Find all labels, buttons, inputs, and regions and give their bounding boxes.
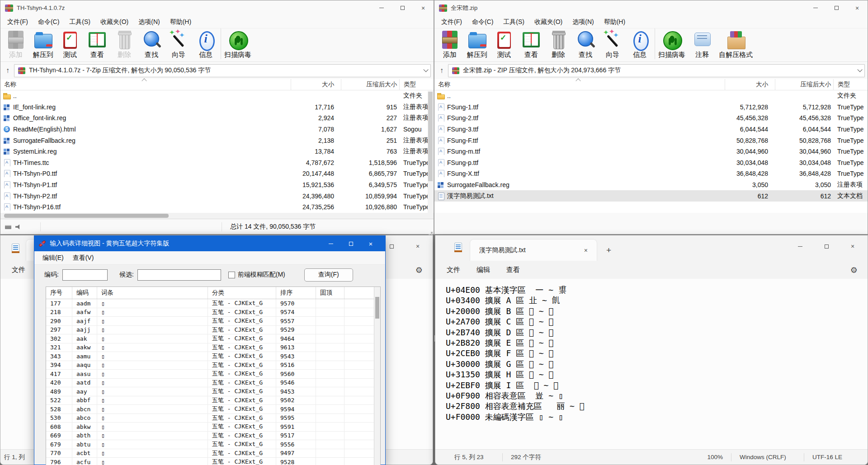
menu-item[interactable]: 选项(N)	[567, 15, 599, 28]
new-tab-button[interactable]: +	[606, 245, 611, 255]
toolbar-button[interactable]: 自解压格式	[716, 28, 756, 59]
menu-item[interactable]: 选项(N)	[133, 15, 165, 28]
file-row[interactable]: FSung-2.ttf 45,456,328 45,456,328 TrueTy…	[434, 113, 868, 124]
address-combobox[interactable]: 全宋體.zip - ZIP 压缩文件, 解包大小为 204,973,666 字节	[448, 64, 865, 77]
column-packed[interactable]: 压缩后大小	[775, 79, 833, 90]
file-row[interactable]: SurrogateFallback.reg 3,050 3,050 注册表项	[434, 179, 868, 191]
menu-item[interactable]: 文件	[441, 263, 466, 277]
menu-item[interactable]: 工具(S)	[498, 15, 529, 28]
scrollbar-thumb[interactable]	[428, 92, 433, 181]
code-input[interactable]	[62, 269, 108, 281]
menu-item[interactable]: 帮助(H)	[599, 15, 630, 28]
file-row[interactable]: 漢字簡易測試.txt 612 612 文本文档	[434, 190, 868, 202]
speaker-status-icon[interactable]	[15, 225, 21, 230]
code-table-row[interactable]: 218 aafw ▯ 五笔 - CJKExt_G 9574	[46, 308, 380, 317]
menu-item[interactable]: 编辑(E)	[38, 254, 68, 262]
code-table-row[interactable]: 770 acbt ▯ 五笔 - CJKExt_G 9497	[46, 449, 380, 458]
code-table-row[interactable]: 530 abco ▯ 五笔 - CJKExt_G 9595	[46, 414, 380, 423]
toolbar-button[interactable]: 查看	[518, 28, 545, 59]
minimize-button[interactable]	[321, 236, 341, 251]
code-table-row[interactable]: 669 abth ▯ 五笔 - CJKExt_G 9517	[46, 432, 380, 441]
chevron-down-icon[interactable]	[857, 67, 862, 72]
toolbar-button[interactable]: 添加	[2, 28, 29, 59]
code-table-row[interactable]: 321 aakw ▯ 五笔 - CJKExt_G 9613	[46, 343, 380, 352]
menu-item[interactable]: 查看	[501, 263, 525, 277]
menu-item[interactable]: 文件	[6, 263, 31, 277]
address-combobox[interactable]: TH-Tshyn-4.1.0.7z - 7-Zip 压缩文件, 解包大小为 90…	[14, 64, 431, 77]
menu-item[interactable]: 编辑	[471, 263, 495, 277]
chevron-down-icon[interactable]	[423, 67, 428, 72]
close-button[interactable]: ×	[361, 236, 381, 251]
toolbar-button[interactable]: 解压到	[463, 28, 491, 59]
menu-item[interactable]: 查看(V)	[68, 254, 99, 262]
code-table-row[interactable]: 420 aatd ▯ 五笔 - CJKExt_G 9546	[46, 379, 380, 388]
code-table-row[interactable]: 528 abcn ▯ 五笔 - CJKExt_G 9594	[46, 405, 380, 414]
column-size[interactable]: 大小	[725, 79, 775, 90]
toolbar-button[interactable]: 信息	[192, 28, 219, 59]
menu-item[interactable]: 帮助(H)	[165, 15, 196, 28]
toolbar-button[interactable]: 测试	[491, 28, 518, 59]
file-row[interactable]: FSung-3.ttf 6,044,544 6,044,544 TrueType	[434, 124, 868, 135]
toolbar-button[interactable]: 删除	[545, 28, 572, 59]
minimize-button[interactable]	[805, 0, 826, 15]
file-row[interactable]: FSung-X.ttf 36,848,428 36,848,428 TrueTy…	[434, 168, 868, 179]
column-word[interactable]: 词条	[97, 287, 208, 299]
file-row[interactable]: TH-Tshyn-P16.ttf 24,735,256 10,926,880 T…	[0, 202, 434, 213]
code-table-row[interactable]: 679 abtu ▯ 五笔 - CJKExt_G 9556	[46, 440, 380, 449]
toolbar-button[interactable]: 删除	[111, 28, 138, 59]
toolbar-button[interactable]: 扫描病毒	[221, 28, 255, 59]
toolbar-button[interactable]: 查找	[572, 28, 599, 59]
code-table-row[interactable]: 297 aajj ▯ 五笔 - CJKExt_G 9529	[46, 326, 380, 335]
maximize-button[interactable]	[392, 0, 413, 15]
close-button[interactable]: ×	[847, 0, 868, 15]
column-sort[interactable]: 排序	[276, 287, 316, 299]
scrollbar-thumb[interactable]	[375, 297, 379, 319]
file-row[interactable]: SurrogateFallback.reg 2,138 251 注册表项	[0, 135, 434, 146]
maximize-button[interactable]	[813, 235, 840, 257]
status-zoom[interactable]: 100%	[699, 454, 731, 460]
titlebar[interactable]: TH-Tshyn-4.1.0.7z ×	[0, 0, 434, 15]
maximize-button[interactable]	[341, 236, 361, 251]
vertical-scrollbar[interactable]	[374, 287, 380, 465]
column-seq[interactable]: 序号	[46, 287, 72, 299]
code-table-row[interactable]: 489 aay ▯ 五笔 - CJKExt_G 9453	[46, 387, 380, 396]
column-pinned[interactable]: 固顶	[316, 287, 344, 299]
status-encoding[interactable]: UTF-16 LE	[804, 454, 868, 460]
minimize-button[interactable]	[787, 235, 813, 257]
dialog-titlebar[interactable]: 输入码表详细视图 - 黄狗五笔超大字符集版 ×	[34, 236, 385, 251]
titlebar[interactable]: 全宋體.zip ×	[434, 0, 868, 15]
toolbar-button[interactable]: 注释	[689, 28, 716, 59]
toolbar-button[interactable]: 测试	[57, 28, 84, 59]
menu-item[interactable]: 收藏夹(O)	[529, 15, 567, 28]
close-button[interactable]: ×	[840, 235, 866, 257]
candidate-input[interactable]	[137, 269, 221, 281]
column-code[interactable]: 编码	[72, 287, 97, 299]
toolbar-button[interactable]: 信息	[626, 28, 653, 59]
gear-icon[interactable]: ⚙	[415, 265, 423, 275]
menu-item[interactable]: 文件(F)	[436, 15, 467, 28]
scrollbar-thumb[interactable]	[4, 214, 169, 218]
fuzzy-match-checkbox[interactable]	[228, 272, 235, 278]
menu-item[interactable]: 命令(C)	[33, 15, 64, 28]
file-row[interactable]: Office_font-link.reg 2,924 227 注册表项	[0, 113, 434, 124]
column-type[interactable]: 类型	[833, 79, 868, 90]
toolbar-button[interactable]: 向导	[165, 28, 192, 59]
up-arrow-button[interactable]: ↑	[435, 66, 448, 75]
column-packed[interactable]: 压缩后大小	[341, 79, 399, 90]
menu-item[interactable]: 文件(F)	[2, 15, 33, 28]
menu-item[interactable]: 工具(S)	[64, 15, 95, 28]
toolbar-button[interactable]: 查找	[138, 28, 165, 59]
column-type[interactable]: 类型	[399, 79, 434, 90]
column-name[interactable]: 名称	[0, 80, 291, 89]
file-row[interactable]: SystemLink.reg 13,784 763 注册表项	[0, 146, 434, 157]
column-name[interactable]: 名称	[434, 80, 725, 89]
code-table-row[interactable]: 522 abbf ▯ 五笔 - CJKExt_G 9502	[46, 396, 380, 405]
file-row[interactable]: FSung-1.ttf 5,712,928 5,712,928 TrueType	[434, 102, 868, 113]
toolbar-button[interactable]: 扫描病毒	[655, 28, 689, 59]
code-table-row[interactable]: 177 aadm ▯ 五笔 - CJKExt_G 9570	[46, 299, 380, 308]
code-table-row[interactable]: 302 aak ▯ 五笔 - CJKExt_G 9464	[46, 334, 380, 343]
gear-icon[interactable]: ⚙	[850, 265, 858, 275]
code-table-row[interactable]: 417 aasu ▯ 五笔 - CJKExt_G 9560	[46, 370, 380, 379]
close-button[interactable]: ×	[405, 235, 431, 257]
file-row[interactable]: IE_font-link.reg 17,716 915 注册表项	[0, 102, 434, 113]
